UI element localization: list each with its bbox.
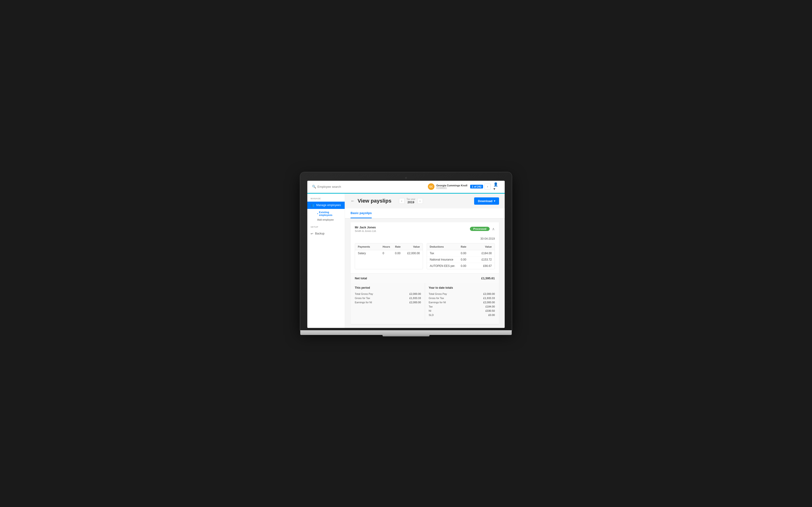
tax-year-label: Tax year — [406, 198, 415, 201]
summary-section: This period Total Gross Pay £2,000.00 Gr… — [351, 283, 499, 324]
ytd-label: Tax — [429, 305, 433, 308]
ytd-value: £184.00 — [486, 305, 495, 308]
screen-bezel: 🔍 GC Georgia Cummings Knoll 01000001 — [300, 172, 512, 330]
summary-label: Total Gross Pay — [355, 292, 373, 295]
ded-auto-rate: 0.00 — [461, 264, 476, 268]
tax-year-info: Tax year 2019 — [406, 198, 415, 204]
payslip-company: Smith & Jones Ltd. — [355, 230, 376, 232]
ytd-label: Total Gross Pay — [429, 292, 447, 295]
col-ded-rate: Rate — [461, 245, 476, 248]
sidebar-item-label: Manage employees — [316, 204, 341, 207]
manage-employees-icon: 👥 — [311, 204, 314, 207]
download-button[interactable]: Download ▾ — [474, 198, 499, 205]
payslip-employee-name: Mr Jack Jones — [355, 226, 376, 229]
summary-value: £2,000.00 — [410, 301, 421, 304]
ytd-row-ni: NI £330.50 — [429, 308, 495, 313]
net-total-label: Net total — [355, 277, 367, 280]
summary-label: Gross for Tax — [355, 297, 370, 299]
payslip-card: Mr Jack Jones Smith & Jones Ltd. Process… — [351, 222, 499, 324]
payment-hours: 0 — [383, 251, 395, 255]
payment-row-salary: Salary 0 0.00 £2,000.00 — [355, 250, 423, 256]
col-ded-value: Value — [476, 245, 492, 248]
col-value: Value — [407, 245, 420, 248]
payslip-header-right: Processed ∧ — [470, 227, 495, 231]
payment-rate: 0.00 — [395, 251, 407, 255]
ytd-title: Year to date totals — [429, 286, 495, 289]
search-input[interactable] — [317, 185, 364, 188]
deduction-row-ni: National Insurance 0.00 £153.72 — [427, 257, 495, 263]
download-arrow-icon: ▾ — [494, 200, 495, 203]
employee-id: 01000001 — [436, 187, 467, 189]
sidebar-sub-items: Existing employees Add employee — [307, 209, 345, 223]
payments-table: Payments Hours Rate Value Salary 0 — [355, 243, 423, 269]
year-prev-button[interactable]: ‹ — [399, 198, 405, 204]
ytd-label: SLD — [429, 314, 434, 317]
ded-ni-rate: 0.00 — [461, 258, 476, 261]
setup-section-label: SETUP — [307, 226, 345, 230]
app-container: 🔍 GC Georgia Cummings Knoll 01000001 — [307, 181, 505, 328]
deduction-row-tax: Tax 0.00 £184.00 — [427, 250, 495, 257]
employee-counter: 1 of 242 — [470, 185, 483, 188]
nav-controls: 1 of 242 › — [470, 183, 491, 190]
deduction-row-autopen: AUTOPEN EES per. 0.00 £66.67 — [427, 263, 495, 269]
payment-value: £2,000.00 — [407, 251, 420, 255]
ytd-value: £2,000.00 — [483, 292, 495, 295]
ded-ni-value: £153.72 — [476, 258, 492, 261]
sidebar-item-backup[interactable]: ↩ Backup — [307, 230, 345, 237]
sidebar: MANAGE 👥 Manage employees Existing emplo… — [307, 194, 345, 328]
year-next-button[interactable]: › — [417, 198, 423, 204]
main-layout: MANAGE 👥 Manage employees Existing emplo… — [307, 194, 505, 328]
employee-info: Georgia Cummings Knoll 01000001 — [436, 184, 467, 189]
existing-employees-label: Existing employees — [319, 211, 341, 216]
deductions-table: Deductions Rate Value Tax 0.00 £184.00 — [427, 243, 495, 269]
back-button[interactable]: ← — [351, 199, 355, 203]
ytd-value: £2,000.00 — [483, 301, 495, 304]
ded-tax-rate: 0.00 — [461, 251, 476, 255]
processed-badge: Processed — [470, 227, 490, 231]
sidebar-item-manage-employees[interactable]: 👥 Manage employees — [307, 202, 345, 209]
tab-basic-payslips[interactable]: Basic payslips — [351, 209, 372, 218]
summary-label: Earnings for NI — [355, 301, 372, 304]
laptop-frame: 🔍 GC Georgia Cummings Knoll 01000001 — [300, 172, 512, 335]
collapse-button[interactable]: ∧ — [492, 227, 495, 231]
manage-section-label: MANAGE — [307, 198, 345, 202]
tabs-bar: Basic payslips — [345, 209, 505, 219]
this-period-title: This period — [355, 286, 421, 289]
page-header: ← View payslips ‹ Tax year 2019 › — [345, 194, 505, 209]
nav-next-button[interactable]: › — [485, 183, 491, 190]
laptop-base — [300, 330, 512, 335]
net-total-value: £1,595.61 — [481, 277, 495, 280]
ded-auto-value: £66.67 — [476, 264, 492, 268]
payslip-employee-block: Mr Jack Jones Smith & Jones Ltd. — [355, 226, 376, 232]
tax-year-value: 2019 — [407, 201, 414, 204]
col-rate: Rate — [395, 245, 407, 248]
summary-row-gft: Gross for Tax £1,933.33 — [355, 296, 421, 300]
ded-tax-name: Tax — [430, 251, 461, 255]
sidebar-item-existing-employees[interactable]: Existing employees — [314, 210, 345, 217]
col-hours: Hours — [383, 245, 395, 248]
ytd-label: NI — [429, 309, 432, 312]
user-menu-button[interactable]: 👤 ▾ — [493, 183, 500, 190]
top-bar: 🔍 GC Georgia Cummings Knoll 01000001 — [307, 181, 505, 193]
col-deductions: Deductions — [430, 245, 461, 248]
this-period-summary: This period Total Gross Pay £2,000.00 Gr… — [355, 283, 425, 320]
download-label: Download — [478, 199, 493, 203]
ytd-row-tgp: Total Gross Pay £2,000.00 — [429, 292, 495, 296]
backup-label: Backup — [315, 232, 324, 235]
tax-year-control: ‹ Tax year 2019 › — [399, 198, 423, 204]
ytd-value: £1,933.33 — [483, 297, 495, 299]
col-payments: Payments — [358, 245, 383, 248]
laptop-camera — [405, 177, 407, 179]
sidebar-item-add-employee[interactable]: Add employee — [314, 217, 345, 222]
user-icon: 👤 ▾ — [493, 182, 500, 191]
payments-header: Payments Hours Rate Value — [355, 243, 423, 250]
summary-row-eni: Earnings for NI £2,000.00 — [355, 300, 421, 304]
search-area: 🔍 — [312, 185, 425, 188]
laptop-screen: 🔍 GC Georgia Cummings Knoll 01000001 — [307, 181, 505, 328]
ytd-value: £330.50 — [486, 309, 495, 312]
deductions-header: Deductions Rate Value — [427, 243, 495, 250]
employee-badge: GC Georgia Cummings Knoll 01000001 — [428, 183, 467, 190]
summary-value: £1,933.33 — [410, 297, 421, 299]
payslip-tables: Payments Hours Rate Value Salary 0 — [355, 243, 495, 269]
ded-tax-value: £184.00 — [476, 251, 492, 255]
